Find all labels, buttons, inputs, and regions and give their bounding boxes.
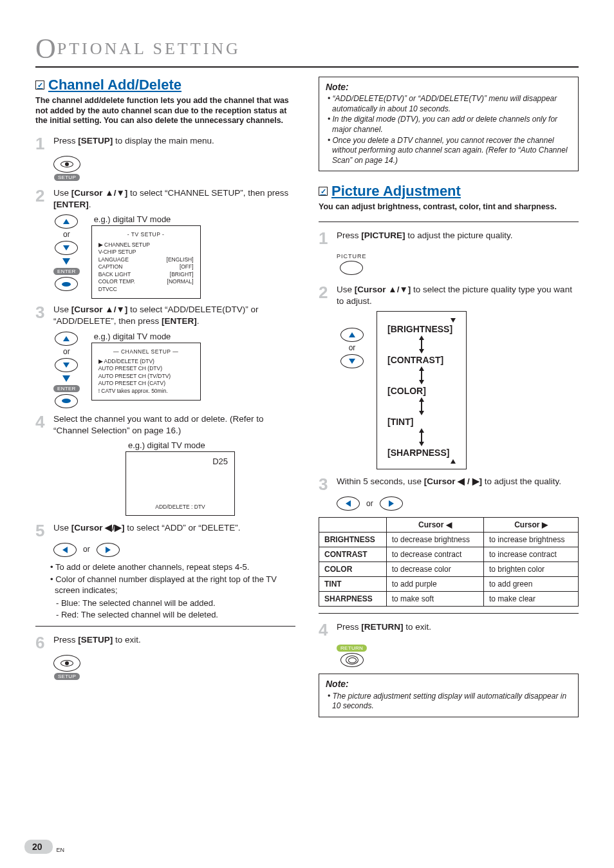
step-text: Use [Cursor ▲/▼] to select “ADD/DELETE(D…	[53, 304, 295, 327]
cursor-down-icon	[55, 241, 78, 255]
step-number: 2	[35, 187, 48, 211]
osd-tv-setup: - TV SETUP - ▶ CHANNEL SETUP V-CHIP SETU…	[91, 225, 201, 299]
step-4-illustration: e.g.) digital TV mode D25 ADD/DELETE : D…	[126, 440, 295, 516]
checkbox-icon: ✓	[319, 187, 328, 196]
step-2: 2 Use [Cursor ▲/▼] to select “CHANNEL SE…	[35, 187, 295, 211]
divider	[35, 626, 295, 627]
section-picture-adjustment: ✓ Picture Adjustment	[319, 183, 579, 200]
note-item: • The picture adjustment setting display…	[326, 692, 572, 712]
remote-return-button: RETURN	[337, 642, 579, 667]
picture-cycle-illustration: or [BRIGHTNESS] [CONTRAST] [COLOR] [TINT…	[340, 311, 579, 469]
setup-button-icon	[53, 655, 80, 672]
table-row: BRIGHTNESSto decrease brightnessto incre…	[319, 533, 579, 547]
osd-channel-setup: — CHANNEL SETUP — ▶ ADD/DELETE (DTV) AUT…	[91, 343, 201, 401]
sub-bullet-text: - Blue: The selected channel will be add…	[48, 598, 295, 608]
cycle-item: [TINT]	[387, 417, 456, 427]
manual-page: OPTIONAL SETTING ✓ Channel Add/Delete Th…	[0, 0, 614, 868]
step-text: Press [SETUP] to display the main menu.	[53, 135, 295, 152]
table-header-row: Cursor ◀ Cursor ▶	[319, 518, 579, 533]
remote-setup-button-2: SETUP	[53, 655, 295, 680]
enter-button-icon	[55, 394, 78, 408]
enter-button-icon	[55, 277, 78, 291]
cursor-up-icon	[55, 214, 78, 229]
enter-button-label: ENTER	[53, 385, 80, 392]
chapter-rest: PTIONAL SETTING	[57, 39, 241, 58]
cursor-up-down-enter-group: or ENTER	[53, 332, 80, 408]
step-5-notes: • To add or delete another channels, rep…	[48, 562, 295, 619]
osd-header: - TV SETUP -	[98, 231, 194, 238]
cursor-down-icon	[55, 358, 78, 372]
cursor-up-down-group: or	[340, 328, 364, 368]
osd-preview-2: e.g.) digital TV mode — CHANNEL SETUP — …	[91, 332, 201, 401]
page-number: 20	[24, 840, 53, 854]
note-item: • In the digital mode (DTV), you can add…	[326, 115, 572, 135]
table-header-blank	[319, 518, 387, 533]
flow-arrow-icon	[62, 375, 70, 382]
cycle-item: [CONTRAST]	[387, 355, 456, 365]
divider	[319, 222, 579, 222]
step-number: 3	[35, 304, 48, 327]
osd-preview-1: e.g.) digital TV mode - TV SETUP - ▶ CHA…	[91, 214, 201, 299]
bullet-text: • Color of channel number displayed at t…	[48, 574, 295, 596]
cursor-up-down-enter-group: or ENTER	[53, 214, 80, 291]
picture-button-label: PICTURE	[337, 253, 367, 259]
checkbox-icon: ✓	[35, 80, 44, 90]
step-6: 6 Press [SETUP] to exit.	[35, 634, 295, 651]
cursor-left-icon	[337, 496, 360, 511]
r-step-4: 4 Press [RETURN] to exit.	[319, 621, 579, 638]
table-row: SHARPNESSto make softto make clear	[319, 592, 579, 607]
note-heading: Note:	[326, 81, 572, 93]
r-step-2: 2 Use [Cursor ▲/▼] to select the picture…	[319, 284, 579, 307]
bidirectional-arrow-icon	[387, 366, 456, 384]
osd-channel-number: D25	[133, 456, 228, 467]
remote-setup-button-1: SETUP	[53, 156, 295, 181]
step-text: Press [SETUP] to exit.	[53, 634, 295, 651]
osd-channel-display: D25 ADD/DELETE : DTV	[126, 451, 235, 516]
bidirectional-arrow-icon	[387, 428, 456, 446]
page-language: EN	[57, 847, 65, 853]
r-step-1: 1 Press [PICTURE] to adjust the picture …	[319, 230, 579, 247]
left-column: ✓ Channel Add/Delete The channel add/del…	[35, 77, 295, 717]
page-number-tab: 20 EN	[24, 840, 64, 854]
cursor-left-right-group: or	[337, 496, 579, 511]
sub-bullet-text: - Red: The selected channel will be dele…	[48, 610, 295, 619]
or-label: or	[349, 343, 356, 352]
eg-caption: e.g.) digital TV mode	[94, 214, 201, 224]
cursor-left-icon	[53, 543, 77, 557]
setup-button-label: SETUP	[54, 174, 80, 181]
table-header-cursor-left: Cursor ◀	[386, 518, 483, 533]
step-2-illustration: or ENTER e.g.) digital TV mode - TV SETU…	[53, 214, 295, 299]
step-number: 4	[319, 621, 331, 638]
table-row: COLORto decrease colorto brighten color	[319, 562, 579, 577]
step-text: Use [Cursor ▲/▼] to select “CHANNEL SETU…	[53, 187, 295, 211]
step-number: 1	[35, 135, 48, 152]
step-number: 6	[35, 634, 48, 651]
table-row: TINTto add purpleto add green	[319, 577, 579, 592]
step-text: Press [PICTURE] to adjust the picture qu…	[337, 230, 579, 247]
step-text: Within 5 seconds, use [Cursor ◀ / ▶] to …	[337, 476, 579, 493]
cursor-up-icon	[55, 332, 78, 346]
setup-button-label: SETUP	[54, 673, 80, 680]
adjustment-table: Cursor ◀ Cursor ▶ BRIGHTNESSto decrease …	[319, 517, 579, 607]
remote-picture-button: PICTURE	[337, 250, 579, 275]
note-heading: Note:	[326, 678, 572, 690]
bidirectional-arrow-icon	[387, 335, 456, 354]
picture-button-icon	[340, 261, 363, 275]
step-text: Use [Cursor ▲/▼] to select the picture q…	[337, 284, 579, 307]
r-step-3: 3 Within 5 seconds, use [Cursor ◀ / ▶] t…	[319, 476, 579, 493]
cycle-item: [BRIGHTNESS]	[387, 324, 456, 334]
note-item: • “ADD/DELETE(DTV)” or “ADD/DELETE(TV)” …	[326, 94, 572, 114]
section-title-text: Channel Add/Delete	[48, 77, 181, 93]
setup-button-icon	[53, 156, 80, 173]
step-number: 1	[319, 230, 331, 247]
cycle-item: [SHARPNESS]	[387, 448, 456, 458]
step-3-illustration: or ENTER e.g.) digital TV mode — CHANNEL…	[53, 332, 295, 408]
eg-caption: e.g.) digital TV mode	[128, 440, 295, 450]
or-label: or	[63, 347, 70, 356]
cursor-up-icon	[340, 328, 364, 342]
right-column: Note: • “ADD/DELETE(DTV)” or “ADD/DELETE…	[319, 77, 579, 717]
bullet-text: • To add or delete another channels, rep…	[48, 562, 295, 573]
flow-arrow-icon	[62, 258, 70, 265]
osd-header: — CHANNEL SETUP —	[98, 348, 194, 355]
step-number: 3	[319, 476, 331, 493]
